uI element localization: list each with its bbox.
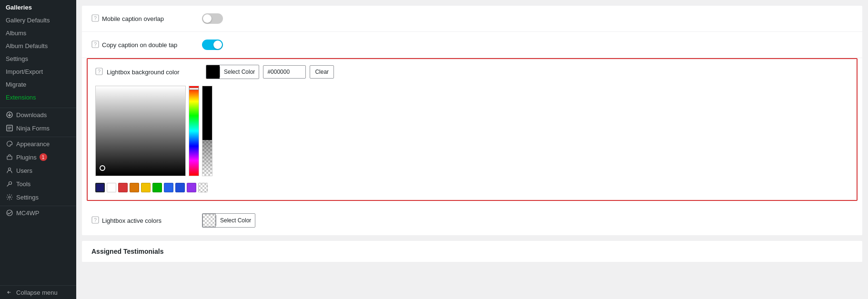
lightbox-active-colors-label: ? Lightbox active colors (91, 216, 196, 225)
lightbox-bg-clear-button[interactable]: Clear (310, 65, 334, 79)
collapse-icon (6, 289, 13, 296)
downloads-icon (6, 111, 13, 119)
sidebar-item-extensions[interactable]: Extensions (0, 91, 76, 104)
sidebar-item-label: Appearance (16, 140, 50, 148)
sidebar-item-downloads[interactable]: Downloads (0, 108, 76, 121)
mobile-caption-overlap-label: ? Mobile caption overlap (91, 14, 196, 23)
plugins-badge: 1 (40, 153, 47, 161)
label-text: Lightbox active colors (102, 217, 161, 224)
settings-icon (6, 193, 13, 201)
sidebar-galleries-header: Galleries (0, 0, 76, 14)
sidebar-item-label: Tools (16, 180, 30, 188)
lightbox-bg-color-row: ? Lightbox background color Select Color… (95, 65, 849, 79)
sidebar: Galleries Gallery Defaults Albums Album … (0, 0, 76, 299)
sidebar-item-label: Migrate (6, 81, 26, 88)
sidebar-item-album-defaults[interactable]: Album Defaults (0, 40, 76, 52)
sidebar-item-label: Import/Export (6, 68, 43, 75)
svg-text:?: ? (94, 41, 97, 47)
alpha-slider[interactable] (202, 86, 212, 176)
sidebar-item-ninja-forms[interactable]: Ninja Forms (0, 121, 76, 135)
mc4wp-icon (6, 209, 13, 217)
help-icon-copy[interactable]: ? (91, 40, 99, 50)
sidebar-item-mc4wp[interactable]: MC4WP (0, 206, 76, 219)
lightbox-bg-color-button[interactable]: Select Color (206, 65, 259, 79)
sidebar-item-label: Settings (16, 194, 39, 201)
sidebar-item-label: Downloads (16, 111, 47, 119)
appearance-icon (6, 140, 13, 148)
lightbox-active-select-label: Select Color (216, 215, 255, 226)
help-icon-active-colors[interactable]: ? (91, 216, 99, 225)
lightbox-active-colors-row: ? Lightbox active colors Select Color (82, 206, 862, 235)
swatch-0[interactable] (95, 183, 105, 192)
sidebar-item-collapse[interactable]: Collapse menu (0, 286, 76, 299)
swatch-4[interactable] (141, 183, 151, 192)
label-text: Copy caption on double tap (102, 41, 177, 49)
svg-point-3 (9, 168, 11, 170)
sidebar-item-label: Extensions (6, 94, 36, 101)
sidebar-item-tools[interactable]: Tools (0, 177, 76, 190)
sidebar-item-label: Users (16, 167, 32, 174)
color-presets-row (95, 183, 212, 192)
color-picker-main (95, 86, 212, 192)
help-icon-lightbox-bg[interactable]: ? (95, 68, 103, 77)
swatch-6[interactable] (164, 183, 173, 192)
assigned-testimonials-label: Assigned Testimonials (91, 248, 163, 255)
sidebar-item-label: Settings (6, 55, 28, 62)
toggle-knob (203, 14, 212, 23)
svg-text:?: ? (94, 15, 97, 21)
swatch-7[interactable] (175, 183, 185, 192)
copy-caption-row: ? Copy caption on double tap (82, 32, 862, 58)
color-picker-sliders (95, 86, 212, 176)
sidebar-item-settings-main[interactable]: Settings (0, 190, 76, 204)
lightbox-bg-hex-input[interactable] (263, 65, 306, 79)
swatch-transparent[interactable] (198, 183, 208, 192)
sidebar-item-users[interactable]: Users (0, 164, 76, 177)
sidebar-item-label: Gallery Defaults (6, 17, 50, 24)
sidebar-item-label: Albums (6, 30, 26, 37)
tools-icon (6, 180, 13, 188)
lightbox-active-color-swatch (202, 214, 216, 227)
swatch-8[interactable] (187, 183, 196, 192)
color-gradient-picker[interactable] (95, 86, 186, 176)
ninja-forms-icon (6, 124, 13, 132)
label-text: Mobile caption overlap (102, 15, 164, 22)
sidebar-item-label: Collapse menu (16, 289, 58, 296)
gradient-picker-handle (100, 165, 105, 171)
sidebar-item-gallery-defaults[interactable]: Gallery Defaults (0, 14, 76, 27)
toggle-knob (213, 40, 222, 49)
sidebar-item-settings[interactable]: Settings (0, 52, 76, 65)
swatch-2[interactable] (118, 183, 128, 192)
lightbox-active-color-button[interactable]: Select Color (202, 213, 255, 228)
sidebar-item-migrate[interactable]: Migrate (0, 78, 76, 91)
sidebar-item-albums[interactable]: Albums (0, 27, 76, 40)
lightbox-bg-color-section: ? Lightbox background color Select Color… (87, 58, 858, 201)
sidebar-item-label: Ninja Forms (16, 125, 50, 132)
settings-panel: ? Mobile caption overlap ? Copy caption … (82, 6, 862, 235)
hue-slider[interactable] (189, 86, 199, 176)
swatch-1[interactable] (107, 183, 116, 192)
svg-rect-2 (7, 156, 12, 159)
lightbox-bg-color-label: Lightbox background color (107, 69, 202, 76)
svg-text:?: ? (94, 217, 97, 223)
sidebar-item-label: MC4WP (16, 209, 39, 217)
sidebar-item-import-export[interactable]: Import/Export (0, 65, 76, 78)
sidebar-item-label: Plugins (16, 154, 37, 161)
lightbox-bg-select-color-label: Select Color (220, 67, 259, 77)
svg-text:?: ? (98, 69, 101, 74)
plugins-icon (6, 153, 13, 161)
swatch-3[interactable] (130, 183, 139, 192)
lightbox-bg-color-swatch (206, 65, 220, 79)
sidebar-item-plugins[interactable]: Plugins 1 (0, 150, 76, 164)
mobile-caption-toggle[interactable] (202, 13, 223, 24)
svg-point-4 (9, 196, 10, 198)
assigned-testimonials-section: Assigned Testimonials (82, 241, 862, 262)
copy-caption-label: ? Copy caption on double tap (91, 40, 196, 50)
help-icon-mobile[interactable]: ? (91, 14, 99, 23)
copy-caption-toggle[interactable] (202, 40, 223, 50)
sidebar-item-appearance[interactable]: Appearance (0, 137, 76, 150)
sidebar-item-label: Album Defaults (6, 42, 48, 50)
color-picker-widget (95, 84, 849, 194)
main-content: ? Mobile caption overlap ? Copy caption … (76, 0, 868, 299)
swatch-5[interactable] (152, 183, 162, 192)
mobile-caption-overlap-row: ? Mobile caption overlap (82, 6, 862, 32)
